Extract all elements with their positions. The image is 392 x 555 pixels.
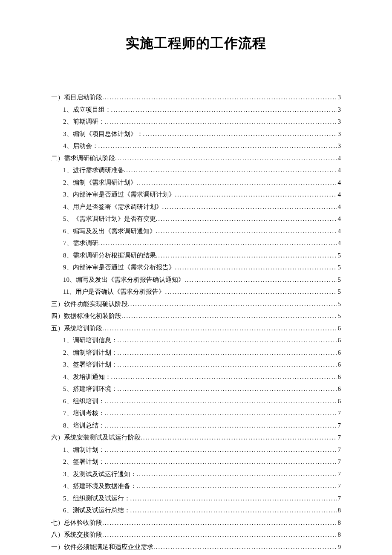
toc-entry-label: 4、发培训通知： <box>63 371 111 383</box>
toc-entry[interactable]: 3、编制《项目总体计划》：3 <box>51 128 341 140</box>
toc-entry[interactable]: 八）系统交接阶段8 <box>51 529 341 541</box>
toc-entry[interactable]: 4、发培训通知：6 <box>51 371 341 383</box>
toc-entry[interactable]: 1、调研培训信息：6 <box>51 334 341 347</box>
toc-entry-label: 3、签署培训计划： <box>63 358 118 371</box>
toc-entry-page: 4 <box>337 225 341 237</box>
toc-entry[interactable]: 四）数据标准化初装阶段5 <box>51 310 341 322</box>
toc-entry-page: 5 <box>337 286 341 298</box>
toc-entry[interactable]: 六）系统安装测试及试运行阶段7 <box>51 431 341 444</box>
toc-entry[interactable]: 2、编制培训计划：6 <box>51 347 341 359</box>
toc-entry[interactable]: 三）软件功能实现确认阶段5 <box>51 298 341 310</box>
toc-entry-label: 4、启动会： <box>63 140 98 152</box>
toc-entry-page: 6 <box>337 358 341 371</box>
toc-entry-label: 2、编制《需求调研计划》 <box>63 176 137 189</box>
toc-entry[interactable]: 11、用户是否确认《需求分析报告》5 <box>51 286 341 298</box>
toc-entry[interactable]: 1、编制计划：7 <box>51 444 341 456</box>
toc-entry-label: 10、编写及发出《需求分析报告确认通知》 <box>63 274 184 286</box>
toc-entry[interactable]: 2、前期调研：3 <box>51 116 341 128</box>
toc-entry[interactable]: 3、发测试及试运行通知：7 <box>51 468 341 480</box>
toc-entry-label: 二）需求调研确认阶段 <box>51 152 115 165</box>
toc-entry[interactable]: 5、组织测试及试运行：7 <box>51 492 341 505</box>
toc-entry-page: 4 <box>337 176 341 189</box>
toc-entry-label: 2、编制培训计划： <box>63 347 118 359</box>
toc-entry[interactable]: 5、搭建培训环境：6 <box>51 383 341 395</box>
toc-entry-label: 六）系统安装测试及试运行阶段 <box>51 431 141 444</box>
toc-dot-leader <box>102 529 337 541</box>
toc-dot-leader <box>162 201 337 213</box>
toc-entry-label: 3、发测试及试运行通知： <box>63 468 137 480</box>
toc-entry[interactable]: 一）项目启动阶段3 <box>51 91 341 104</box>
toc-entry-page: 4 <box>337 152 341 165</box>
toc-entry-page: 5 <box>337 298 341 310</box>
toc-entry[interactable]: 7、需求调研4 <box>51 237 341 249</box>
toc-dot-leader <box>121 310 337 322</box>
toc-entry-page: 5 <box>337 274 341 286</box>
toc-entry-label: 1、成立项目组： <box>63 104 111 116</box>
toc-dot-leader <box>98 237 337 249</box>
toc-entry-label: 一）项目启动阶段 <box>51 91 102 104</box>
toc-entry-label: 三）软件功能实现确认阶段 <box>51 298 128 310</box>
toc-dot-leader <box>137 480 337 492</box>
toc-entry[interactable]: 七）总体验收阶段8 <box>51 517 341 529</box>
toc-entry-label: 八）系统交接阶段 <box>51 529 102 541</box>
toc-entry-label: 五）系统培训阶段 <box>51 322 102 335</box>
toc-entry-label: 6、编写及发出《需求调研通知》 <box>63 225 156 237</box>
toc-dot-leader <box>137 468 337 480</box>
toc-entry[interactable]: 3、签署培训计划：6 <box>51 358 341 371</box>
toc-entry-label: 4、用户是否签署《需求调研计划》 <box>63 201 162 213</box>
toc-entry[interactable]: 8、需求调研分析根据调研的结果5 <box>51 249 341 262</box>
toc-entry[interactable]: 2、编制《需求调研计划》4 <box>51 176 341 189</box>
toc-dot-leader <box>165 286 337 298</box>
toc-entry-label: 1、编制计划： <box>63 444 105 456</box>
toc-entry[interactable]: 4、用户是否签署《需求调研计划》4 <box>51 201 341 213</box>
toc-entry-page: 7 <box>337 456 341 468</box>
toc-entry[interactable]: 6、编写及发出《需求调研通知》4 <box>51 225 341 237</box>
toc-dot-leader <box>156 249 337 262</box>
toc-entry-page: 6 <box>337 334 341 347</box>
toc-entry[interactable]: 2、签署计划：7 <box>51 456 341 468</box>
toc-entry[interactable]: 一）软件必须能满足和适应企业需求9 <box>51 541 341 553</box>
toc-entry[interactable]: 4、搭建环境及数据准备：7 <box>51 480 341 492</box>
toc-entry[interactable]: 9、内部评审是否通过《需求分析报告》5 <box>51 261 341 274</box>
toc-entry-page: 3 <box>337 116 341 128</box>
toc-entry[interactable]: 10、编写及发出《需求分析报告确认通知》5 <box>51 274 341 286</box>
toc-entry-label: 7、培训考核： <box>63 407 105 419</box>
toc-entry-page: 9 <box>337 541 341 553</box>
toc-entry-page: 6 <box>337 383 341 395</box>
toc-dot-leader <box>128 298 337 310</box>
toc-entry[interactable]: 6、测试及试运行总结：8 <box>51 504 341 517</box>
toc-entry[interactable]: 1、进行需求调研准备4 <box>51 164 341 176</box>
toc-entry-label: 5、《需求调研计划》是否有变更 <box>63 213 156 225</box>
toc-dot-leader <box>184 274 337 286</box>
toc-entry-label: 6、测试及试运行总结： <box>63 504 130 517</box>
toc-entry-label: 6、组织培训： <box>63 395 105 408</box>
toc-entry[interactable]: 4、启动会：3 <box>51 140 341 152</box>
toc-entry-label: 9、内部评审是否通过《需求分析报告》 <box>63 261 175 274</box>
toc-entry[interactable]: 3、内部评审是否通过《需求调研计划》4 <box>51 188 341 201</box>
toc-entry-label: 5、搭建培训环境： <box>63 383 118 395</box>
toc-entry-page: 7 <box>337 431 341 444</box>
toc-entry[interactable]: 二）需求调研确认阶段4 <box>51 152 341 165</box>
toc-dot-leader <box>153 541 337 553</box>
toc-dot-leader <box>105 456 337 468</box>
toc-dot-leader <box>118 347 337 359</box>
toc-dot-leader <box>118 383 337 395</box>
toc-dot-leader <box>105 116 337 128</box>
document-page: 实施工程师的工作流程 一）项目启动阶段31、成立项目组：32、前期调研：33、编… <box>0 0 392 555</box>
toc-dot-leader <box>105 444 337 456</box>
toc-entry-page: 7 <box>337 419 341 432</box>
toc-dot-leader <box>124 164 337 176</box>
toc-entry[interactable]: 6、组织培训：6 <box>51 395 341 408</box>
toc-dot-leader <box>118 334 337 347</box>
toc-entry[interactable]: 7、培训考核：7 <box>51 407 341 419</box>
toc-dot-leader <box>130 492 337 505</box>
document-title: 实施工程师的工作流程 <box>51 34 341 53</box>
toc-dot-leader <box>143 128 337 140</box>
toc-dot-leader <box>137 176 337 189</box>
toc-entry[interactable]: 8、培训总结：7 <box>51 419 341 432</box>
toc-dot-leader <box>105 419 337 432</box>
toc-entry[interactable]: 1、成立项目组：3 <box>51 104 341 116</box>
toc-dot-leader <box>98 140 337 152</box>
toc-entry[interactable]: 五）系统培训阶段6 <box>51 322 341 335</box>
toc-entry[interactable]: 5、《需求调研计划》是否有变更4 <box>51 213 341 225</box>
